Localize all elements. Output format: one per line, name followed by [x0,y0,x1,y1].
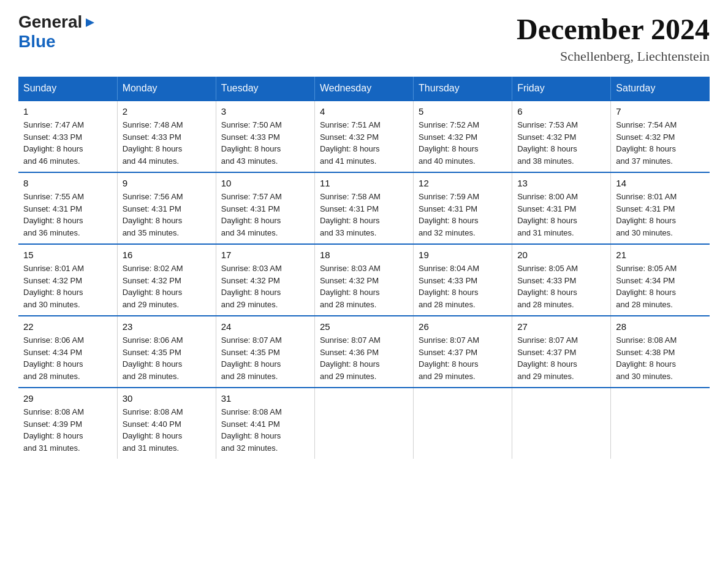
day-info: Sunrise: 8:07 AMSunset: 4:35 PMDaylight:… [221,334,309,382]
day-info: Sunrise: 8:02 AMSunset: 4:32 PMDaylight:… [123,262,211,310]
day-number: 2 [123,106,211,117]
day-number: 27 [517,321,605,332]
col-wednesday: Wednesday [314,77,413,101]
day-number: 8 [23,178,112,188]
calendar-cell: 5Sunrise: 7:52 AMSunset: 4:32 PMDaylight… [414,101,512,172]
calendar-cell: 18Sunrise: 8:03 AMSunset: 4:32 PMDayligh… [314,244,413,316]
col-saturday: Saturday [611,77,710,101]
calendar-week-row: 1Sunrise: 7:47 AMSunset: 4:33 PMDaylight… [18,101,710,172]
calendar-cell: 4Sunrise: 7:51 AMSunset: 4:32 PMDaylight… [314,101,413,172]
day-number: 12 [419,178,507,188]
calendar-cell: 20Sunrise: 8:05 AMSunset: 4:33 PMDayligh… [512,244,611,316]
day-info: Sunrise: 7:55 AMSunset: 4:31 PMDaylight:… [23,191,112,239]
calendar-cell: 28Sunrise: 8:08 AMSunset: 4:38 PMDayligh… [611,316,710,388]
day-number: 19 [419,250,507,260]
day-number: 14 [616,178,705,188]
day-number: 10 [221,178,309,188]
calendar-cell: 17Sunrise: 8:03 AMSunset: 4:32 PMDayligh… [216,244,314,316]
day-info: Sunrise: 7:48 AMSunset: 4:33 PMDaylight:… [123,119,211,167]
day-info: Sunrise: 8:08 AMSunset: 4:39 PMDaylight:… [23,406,112,454]
col-tuesday: Tuesday [216,77,314,101]
day-info: Sunrise: 7:47 AMSunset: 4:33 PMDaylight:… [23,119,112,167]
calendar-cell: 15Sunrise: 8:01 AMSunset: 4:32 PMDayligh… [18,244,117,316]
day-info: Sunrise: 7:54 AMSunset: 4:32 PMDaylight:… [616,119,705,167]
day-info: Sunrise: 8:08 AMSunset: 4:38 PMDaylight:… [616,334,705,382]
col-sunday: Sunday [18,77,117,101]
day-info: Sunrise: 8:04 AMSunset: 4:33 PMDaylight:… [419,262,507,310]
calendar-cell: 29Sunrise: 8:08 AMSunset: 4:39 PMDayligh… [18,388,117,459]
day-number: 20 [517,250,605,260]
calendar-cell [414,388,512,459]
calendar-cell: 1Sunrise: 7:47 AMSunset: 4:33 PMDaylight… [18,101,117,172]
calendar-cell: 2Sunrise: 7:48 AMSunset: 4:33 PMDaylight… [117,101,216,172]
day-info: Sunrise: 8:05 AMSunset: 4:34 PMDaylight:… [616,262,705,310]
day-number: 29 [23,393,112,404]
svg-marker-0 [86,18,94,27]
calendar-cell: 13Sunrise: 8:00 AMSunset: 4:31 PMDayligh… [512,172,611,244]
day-number: 21 [616,250,705,260]
day-info: Sunrise: 8:06 AMSunset: 4:34 PMDaylight:… [23,334,112,382]
calendar-cell: 22Sunrise: 8:06 AMSunset: 4:34 PMDayligh… [18,316,117,388]
page-header: General Blue December 2024 Schellenberg,… [18,12,710,64]
day-number: 30 [123,393,211,404]
calendar-cell [512,388,611,459]
day-info: Sunrise: 7:57 AMSunset: 4:31 PMDaylight:… [221,191,309,239]
day-info: Sunrise: 8:01 AMSunset: 4:31 PMDaylight:… [616,191,705,239]
day-number: 5 [419,106,507,117]
day-number: 16 [123,250,211,260]
calendar-cell: 19Sunrise: 8:04 AMSunset: 4:33 PMDayligh… [414,244,512,316]
logo-blue-text: Blue [18,32,97,52]
day-number: 6 [517,106,605,117]
calendar-week-row: 29Sunrise: 8:08 AMSunset: 4:39 PMDayligh… [18,388,710,459]
calendar-cell: 30Sunrise: 8:08 AMSunset: 4:40 PMDayligh… [117,388,216,459]
calendar-cell: 3Sunrise: 7:50 AMSunset: 4:33 PMDaylight… [216,101,314,172]
calendar-cell: 26Sunrise: 8:07 AMSunset: 4:37 PMDayligh… [414,316,512,388]
calendar-cell: 23Sunrise: 8:06 AMSunset: 4:35 PMDayligh… [117,316,216,388]
calendar-cell: 11Sunrise: 7:58 AMSunset: 4:31 PMDayligh… [314,172,413,244]
logo-arrow-icon [83,16,97,29]
calendar-cell: 6Sunrise: 7:53 AMSunset: 4:32 PMDaylight… [512,101,611,172]
day-number: 15 [23,250,112,260]
calendar-cell: 7Sunrise: 7:54 AMSunset: 4:32 PMDaylight… [611,101,710,172]
calendar-cell: 31Sunrise: 8:08 AMSunset: 4:41 PMDayligh… [216,388,314,459]
header-row: Sunday Monday Tuesday Wednesday Thursday… [18,77,710,101]
day-info: Sunrise: 8:01 AMSunset: 4:32 PMDaylight:… [23,262,112,310]
calendar-cell: 16Sunrise: 8:02 AMSunset: 4:32 PMDayligh… [117,244,216,316]
logo-general-text: General [18,12,82,32]
calendar-header: Sunday Monday Tuesday Wednesday Thursday… [18,77,710,101]
day-info: Sunrise: 8:03 AMSunset: 4:32 PMDaylight:… [221,262,309,310]
day-info: Sunrise: 8:05 AMSunset: 4:33 PMDaylight:… [517,262,605,310]
day-number: 22 [23,321,112,332]
day-info: Sunrise: 8:03 AMSunset: 4:32 PMDaylight:… [320,262,408,310]
calendar-cell: 9Sunrise: 7:56 AMSunset: 4:31 PMDaylight… [117,172,216,244]
calendar-table: Sunday Monday Tuesday Wednesday Thursday… [18,77,710,459]
calendar-week-row: 22Sunrise: 8:06 AMSunset: 4:34 PMDayligh… [18,316,710,388]
logo: General Blue [18,12,97,52]
calendar-cell: 10Sunrise: 7:57 AMSunset: 4:31 PMDayligh… [216,172,314,244]
day-info: Sunrise: 8:07 AMSunset: 4:37 PMDaylight:… [419,334,507,382]
calendar-body: 1Sunrise: 7:47 AMSunset: 4:33 PMDaylight… [18,101,710,459]
month-title: December 2024 [517,12,710,46]
col-thursday: Thursday [414,77,512,101]
day-info: Sunrise: 8:00 AMSunset: 4:31 PMDaylight:… [517,191,605,239]
day-number: 28 [616,321,705,332]
calendar-cell: 14Sunrise: 8:01 AMSunset: 4:31 PMDayligh… [611,172,710,244]
day-number: 24 [221,321,309,332]
day-info: Sunrise: 8:06 AMSunset: 4:35 PMDaylight:… [123,334,211,382]
calendar-cell: 24Sunrise: 8:07 AMSunset: 4:35 PMDayligh… [216,316,314,388]
day-info: Sunrise: 7:51 AMSunset: 4:32 PMDaylight:… [320,119,408,167]
day-number: 9 [123,178,211,188]
day-info: Sunrise: 8:07 AMSunset: 4:37 PMDaylight:… [517,334,605,382]
day-number: 17 [221,250,309,260]
day-info: Sunrise: 8:07 AMSunset: 4:36 PMDaylight:… [320,334,408,382]
day-number: 3 [221,106,309,117]
day-number: 25 [320,321,408,332]
day-info: Sunrise: 7:53 AMSunset: 4:32 PMDaylight:… [517,119,605,167]
day-number: 11 [320,178,408,188]
location-subtitle: Schellenberg, Liechtenstein [517,48,710,64]
day-number: 18 [320,250,408,260]
day-number: 7 [616,106,705,117]
col-monday: Monday [117,77,216,101]
day-info: Sunrise: 7:56 AMSunset: 4:31 PMDaylight:… [123,191,211,239]
calendar-cell: 25Sunrise: 8:07 AMSunset: 4:36 PMDayligh… [314,316,413,388]
